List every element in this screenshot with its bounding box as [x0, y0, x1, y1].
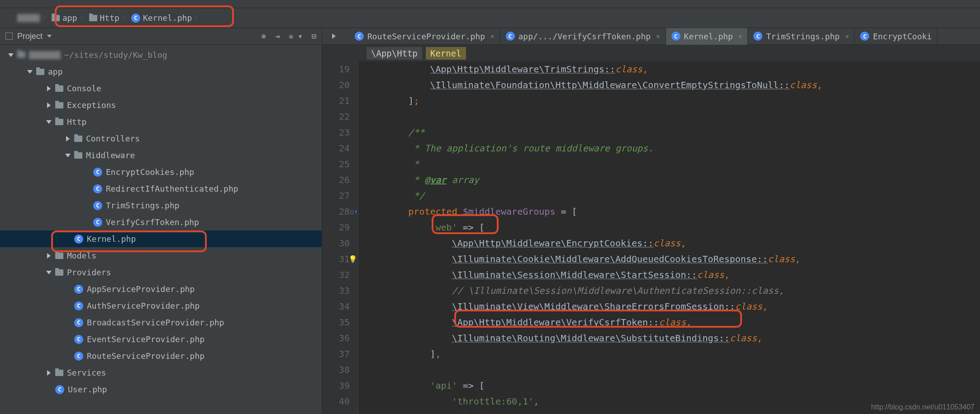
- close-icon[interactable]: ✕: [845, 33, 849, 40]
- tree-item-eventserviceprovider-php[interactable]: CEventServiceProvider.php: [0, 331, 322, 348]
- breadcrumb-sep-icon: 〉: [80, 14, 86, 22]
- collapse-icon[interactable]: ⇥: [275, 32, 280, 41]
- line-number: 19: [322, 61, 350, 77]
- tree-label: RouteServiceProvider.php: [87, 351, 205, 361]
- tab-routeserviceprovider-php[interactable]: CRouteServiceProvider.php✕: [349, 28, 500, 45]
- tree-label: Console: [67, 84, 101, 93]
- expand-icon[interactable]: [65, 154, 71, 157]
- project-label[interactable]: Project: [17, 32, 43, 41]
- line-number: 21: [322, 93, 350, 109]
- code-crumb-class[interactable]: Kernel: [426, 47, 466, 60]
- class-icon: C: [74, 301, 83, 310]
- tree-label: app: [48, 67, 63, 76]
- tree-item-encryptcookies-php[interactable]: CEncryptCookies.php: [0, 164, 322, 180]
- tree-item-redirectifauthenticated-php[interactable]: CRedirectIfAuthenticated.php: [0, 180, 322, 197]
- tree-label: RedirectIfAuthenticated.php: [106, 184, 238, 193]
- tree-label: TrimStrings.php: [106, 201, 180, 210]
- tree-item-http[interactable]: Http: [0, 113, 322, 130]
- tree-item-appserviceprovider-php[interactable]: CAppServiceProvider.php: [0, 281, 322, 297]
- folder-icon: [55, 85, 63, 92]
- override-icon[interactable]: ○↑: [350, 204, 358, 220]
- tree-label: Middleware: [86, 151, 135, 160]
- line-number: 41: [322, 409, 350, 414]
- tree-item-controllers[interactable]: Controllers: [0, 130, 322, 147]
- line-number: 30: [322, 235, 350, 251]
- tree-item-services[interactable]: Services: [0, 364, 322, 381]
- project-view-icon[interactable]: [5, 33, 13, 40]
- class-icon: C: [93, 184, 102, 193]
- tab-kernel-php[interactable]: CKernel.php✕: [666, 28, 748, 45]
- expand-icon[interactable]: [46, 86, 52, 91]
- close-icon[interactable]: ✕: [656, 33, 660, 40]
- tree-item-app[interactable]: app: [0, 63, 322, 80]
- tree-item-verifycsrftoken-php[interactable]: CVerifyCsrfToken.php: [0, 214, 322, 231]
- title-bar: [0, 0, 980, 8]
- close-icon[interactable]: ✕: [738, 33, 742, 40]
- line-number: 39: [322, 378, 350, 394]
- breadcrumb-item-app[interactable]: app: [52, 13, 77, 23]
- tab-encryptcooki[interactable]: CEncryptCooki: [855, 28, 937, 45]
- tree-item-console[interactable]: Console: [0, 80, 322, 97]
- gutter[interactable]: 1920212223242526272829303132333435363738…: [322, 61, 358, 414]
- expand-icon[interactable]: [46, 271, 52, 274]
- expand-icon[interactable]: [8, 53, 14, 57]
- breadcrumb-item-kernel[interactable]: CKernel.php: [131, 13, 192, 23]
- tree-item-user-php[interactable]: CUser.php: [0, 381, 322, 398]
- line-number: 24: [322, 141, 350, 156]
- tree-label-blur: [29, 51, 61, 59]
- code-breadcrumb: \App\Http Kernel: [322, 45, 980, 61]
- expand-icon[interactable]: [65, 136, 71, 141]
- tree-label: EventServiceProvider.php: [87, 334, 205, 344]
- expand-icon[interactable]: [46, 253, 52, 259]
- tree-label: BroadcastServiceProvider.php: [87, 318, 224, 327]
- tree-item-middleware[interactable]: Middleware: [0, 147, 322, 164]
- tree-label: Services: [67, 368, 106, 377]
- breadcrumb-bar: 〉 app 〉 Http 〉 CKernel.php 〉: [0, 8, 980, 28]
- folder-icon: [36, 69, 44, 75]
- breadcrumb-label: Kernel.php: [143, 13, 192, 23]
- hide-icon[interactable]: ⊟: [312, 32, 316, 41]
- expand-icon[interactable]: [46, 103, 52, 108]
- class-icon: C: [74, 335, 83, 344]
- line-number: 32: [322, 267, 350, 283]
- tree-item-trimstrings-php[interactable]: CTrimStrings.php: [0, 197, 322, 214]
- tree-item-exceptions[interactable]: Exceptions: [0, 97, 322, 113]
- line-number: 27: [322, 188, 350, 204]
- tree-label: Kernel.php: [87, 234, 136, 244]
- expand-icon[interactable]: [46, 120, 52, 124]
- target-icon[interactable]: ⊕: [262, 32, 266, 41]
- tree-item-providers[interactable]: Providers: [0, 264, 322, 281]
- tree-label: AuthServiceProvider.php: [87, 301, 200, 310]
- breadcrumb-sep-icon: 〉: [195, 14, 201, 22]
- tree-label: Http: [67, 117, 86, 127]
- gear-icon[interactable]: ✲ ▾: [289, 32, 303, 41]
- tree-label: User.php: [68, 385, 107, 394]
- tree-item-models[interactable]: Models: [0, 247, 322, 264]
- tree-label: AppServiceProvider.php: [87, 284, 195, 294]
- tree-item-authserviceprovider-php[interactable]: CAuthServiceProvider.php: [0, 297, 322, 314]
- tree-item-root[interactable]: ~/sites/study/Kw_blog: [0, 47, 322, 63]
- class-icon: C: [93, 218, 102, 227]
- code-area[interactable]: \App\Http\Middleware\TrimStrings::class,…: [358, 61, 980, 414]
- tab-app-verifycsrftoken-php[interactable]: Capp/.../VerifyCsrfToken.php✕: [500, 28, 666, 45]
- tab-label: app/.../VerifyCsrfToken.php: [519, 32, 651, 41]
- close-icon[interactable]: ✕: [490, 33, 494, 40]
- project-tree[interactable]: ~/sites/study/Kw_blogappConsoleException…: [0, 45, 322, 414]
- class-icon: C: [671, 32, 680, 41]
- bulb-icon[interactable]: 💡: [348, 251, 357, 267]
- breadcrumb-item-http[interactable]: Http: [89, 13, 119, 23]
- line-number: 26: [322, 172, 350, 188]
- breadcrumb-label: app: [62, 13, 77, 23]
- tab-trimstrings-php[interactable]: CTrimStrings.php✕: [748, 28, 855, 45]
- line-number: 28: [322, 204, 350, 220]
- class-icon: C: [131, 14, 140, 23]
- tree-item-broadcastserviceprovider-php[interactable]: CBroadcastServiceProvider.php: [0, 314, 322, 331]
- expand-icon[interactable]: [27, 70, 33, 74]
- caret-down-icon[interactable]: [47, 35, 52, 38]
- expand-icon[interactable]: [46, 370, 52, 376]
- editor-tabs: CRouteServiceProvider.php✕Capp/.../Verif…: [322, 28, 980, 45]
- code-crumb-namespace[interactable]: \App\Http: [366, 47, 422, 60]
- line-number: 22: [322, 109, 350, 125]
- tree-item-kernel-php[interactable]: CKernel.php: [0, 231, 322, 247]
- tree-item-routeserviceprovider-php[interactable]: CRouteServiceProvider.php: [0, 348, 322, 364]
